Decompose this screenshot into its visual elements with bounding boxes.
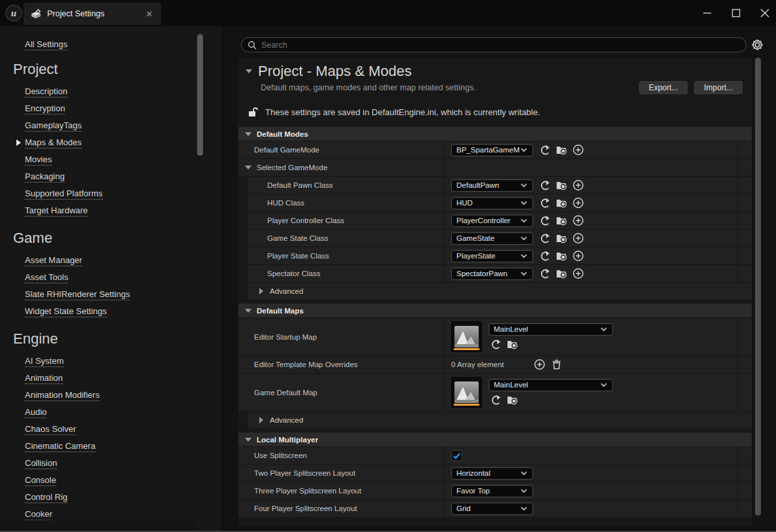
- browse-asset-icon[interactable]: [555, 268, 567, 280]
- sidebar-item-console[interactable]: Console: [13, 472, 222, 489]
- unlocked-icon: [248, 107, 259, 117]
- row-hud-class: HUD Class HUD: [238, 194, 752, 212]
- clear-array-icon[interactable]: [550, 359, 563, 371]
- row-four-player-splitscreen: Four Player Splitscreen Layout Grid: [238, 500, 752, 518]
- sidebar-item-cooker[interactable]: Cooker: [13, 506, 222, 523]
- sidebar-item-target-hardware[interactable]: Target Hardware: [13, 202, 222, 219]
- use-selected-asset-icon[interactable]: [538, 179, 550, 192]
- indent-guide: [238, 230, 248, 247]
- row-default-modes-advanced[interactable]: Advanced: [238, 283, 752, 300]
- default-pawn-dropdown[interactable]: DefaultPawn: [451, 179, 533, 192]
- create-new-asset-icon[interactable]: [572, 268, 584, 280]
- default-gamemode-dropdown[interactable]: BP_SpartaGameM: [451, 144, 533, 156]
- config-writable-notice: These settings are saved in DefaultEngin…: [265, 107, 540, 117]
- row-default-maps-advanced[interactable]: Advanced: [238, 412, 752, 429]
- settings-card: Project - Maps & Modes Default maps, gam…: [238, 58, 752, 525]
- row-selected-gamemode[interactable]: Selected GameMode: [238, 159, 752, 177]
- create-new-asset-icon[interactable]: [572, 250, 584, 262]
- row-player-controller-class: Player Controller Class PlayerController: [238, 212, 752, 230]
- level-thumbnail[interactable]: [451, 377, 482, 408]
- row-game-state-class: Game State Class GameState: [238, 230, 752, 247]
- sidebar-item-movies[interactable]: Movies: [13, 151, 222, 168]
- search-placeholder: Search: [261, 41, 287, 50]
- indent-guide: [238, 412, 248, 429]
- create-new-asset-icon[interactable]: [572, 232, 584, 245]
- game-state-dropdown[interactable]: GameState: [451, 232, 533, 245]
- sidebar-item-collision[interactable]: Collision: [13, 455, 222, 472]
- maximize-button[interactable]: [730, 7, 742, 19]
- indent-guide: [238, 283, 248, 300]
- browse-asset-icon[interactable]: [555, 250, 567, 262]
- use-selected-asset-icon[interactable]: [538, 232, 550, 245]
- use-splitscreen-checkbox[interactable]: [451, 450, 462, 461]
- sidebar-item-crowd-manager[interactable]: Crowd Manager: [13, 523, 222, 532]
- category-default-modes[interactable]: Default Modes: [238, 127, 752, 141]
- sidebar-item-ai-system[interactable]: AI System: [13, 353, 222, 370]
- sidebar-item-encryption[interactable]: Encryption: [13, 100, 222, 117]
- level-thumbnail[interactable]: [451, 321, 482, 352]
- create-new-asset-icon[interactable]: [572, 179, 584, 192]
- use-selected-asset-icon[interactable]: [538, 197, 550, 209]
- sidebar-item-cinematic-camera[interactable]: Cinematic Camera: [13, 438, 222, 455]
- settings-gear-icon[interactable]: [750, 38, 764, 52]
- sidebar-item-animation[interactable]: Animation: [13, 370, 222, 387]
- category-local-multiplayer[interactable]: Local Multiplayer: [238, 433, 752, 447]
- player-controller-dropdown[interactable]: PlayerController: [451, 215, 533, 227]
- four-player-layout-dropdown[interactable]: Grid: [451, 503, 533, 515]
- use-selected-asset-icon[interactable]: [538, 215, 550, 227]
- search-input[interactable]: Search: [241, 37, 747, 52]
- browse-asset-icon[interactable]: [506, 394, 518, 406]
- sidebar-item-all-settings[interactable]: All Settings: [25, 39, 67, 50]
- add-array-element-icon[interactable]: [533, 359, 545, 371]
- sidebar-item-animation-modifiers[interactable]: Animation Modifiers: [13, 387, 222, 404]
- create-new-asset-icon[interactable]: [572, 144, 584, 156]
- create-new-asset-icon[interactable]: [572, 215, 584, 227]
- minimize-button[interactable]: [701, 7, 713, 19]
- use-selected-asset-icon[interactable]: [489, 394, 501, 406]
- row-editor-startup-map: Editor Startup Map MainLevel: [238, 318, 752, 356]
- sidebar-scrollbar[interactable]: [197, 34, 203, 156]
- category-default-maps[interactable]: Default Maps: [238, 304, 752, 318]
- sidebar-item-asset-tools[interactable]: Asset Tools: [13, 269, 222, 286]
- export-button[interactable]: Export...: [639, 81, 688, 94]
- import-button[interactable]: Import...: [694, 81, 743, 94]
- hud-class-dropdown[interactable]: HUD: [451, 197, 533, 209]
- spectator-class-dropdown[interactable]: SpectatorPawn: [451, 268, 533, 280]
- tab-project-settings[interactable]: Project Settings ✕: [24, 3, 161, 25]
- browse-asset-icon[interactable]: [555, 144, 567, 156]
- browse-asset-icon[interactable]: [555, 215, 567, 227]
- browse-asset-icon[interactable]: [506, 338, 518, 351]
- section-collapse-icon[interactable]: [245, 67, 253, 75]
- use-selected-asset-icon[interactable]: [489, 338, 501, 351]
- browse-asset-icon[interactable]: [555, 179, 567, 192]
- sidebar-item-packaging[interactable]: Packaging: [13, 168, 222, 185]
- search-icon: [248, 41, 257, 50]
- tab-close-icon[interactable]: ✕: [144, 9, 155, 19]
- indent-guide: [238, 247, 248, 264]
- sidebar-item-maps-modes[interactable]: Maps & Modes: [13, 134, 222, 151]
- browse-asset-icon[interactable]: [555, 232, 567, 245]
- editor-startup-map-dropdown[interactable]: MainLevel: [489, 323, 613, 336]
- three-player-layout-dropdown[interactable]: Favor Top: [451, 485, 533, 497]
- player-state-dropdown[interactable]: PlayerState: [451, 250, 533, 262]
- browse-asset-icon[interactable]: [555, 197, 567, 209]
- create-new-asset-icon[interactable]: [572, 197, 584, 209]
- array-count-text: 0 Array element: [451, 361, 528, 368]
- main-scrollbar[interactable]: [755, 58, 761, 516]
- sidebar-item-supported-platforms[interactable]: Supported Platforms: [13, 185, 222, 202]
- two-player-layout-dropdown[interactable]: Horizontal: [451, 467, 533, 480]
- sidebar-item-description[interactable]: Description: [13, 83, 222, 100]
- sidebar-item-control-rig[interactable]: Control Rig: [13, 489, 222, 506]
- sidebar-item-slate-rhirenderer[interactable]: Slate RHIRenderer Settings: [13, 286, 222, 303]
- sidebar-item-asset-manager[interactable]: Asset Manager: [13, 252, 222, 269]
- close-button[interactable]: [759, 7, 771, 19]
- game-default-map-dropdown[interactable]: MainLevel: [489, 379, 613, 391]
- use-selected-asset-icon[interactable]: [538, 144, 550, 156]
- use-selected-asset-icon[interactable]: [538, 268, 550, 280]
- use-selected-asset-icon[interactable]: [538, 250, 550, 262]
- sidebar-item-widget-state[interactable]: Widget State Settings: [13, 303, 222, 320]
- sidebar-item-gameplaytags[interactable]: GameplayTags: [13, 117, 222, 134]
- sidebar-item-audio[interactable]: Audio: [13, 404, 222, 421]
- sidebar-section-engine: Engine: [13, 330, 222, 347]
- sidebar-item-chaos-solver[interactable]: Chaos Solver: [13, 421, 222, 438]
